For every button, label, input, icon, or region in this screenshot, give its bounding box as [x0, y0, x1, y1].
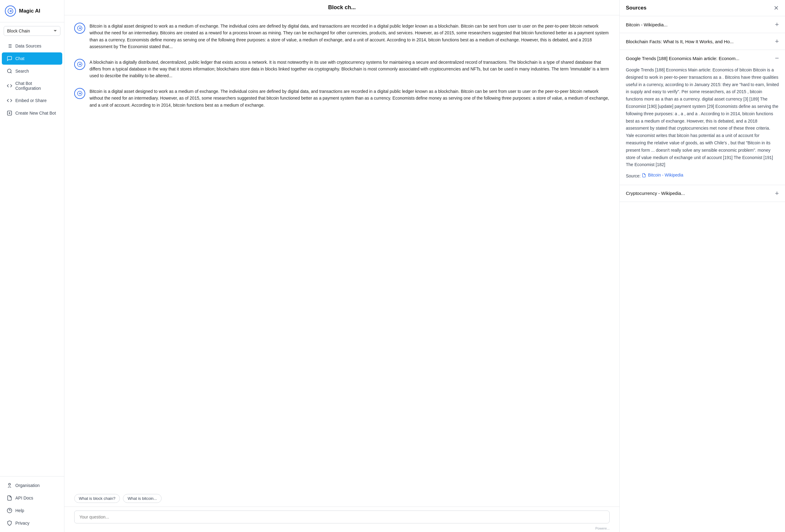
sidebar-item-create-chatbot[interactable]: Create New Chat Bot [2, 107, 62, 119]
sidebar-item-privacy[interactable]: Privacy [2, 517, 62, 529]
sidebar-item-embed-share-label: Embed or Share [15, 98, 47, 103]
source-content-text: Google Trends [188] Economics Main artic… [626, 68, 779, 167]
chat-input-wrap [65, 507, 619, 526]
source-item-2-header[interactable]: Blockchain Facts: What Is It, How It Wor… [620, 33, 785, 50]
shield-icon [7, 521, 12, 526]
suggestion-chip-bitcoin[interactable]: What is bitcoin... [123, 494, 161, 503]
source-item-4-header[interactable]: Cryptocurrency - Wikipedia... + [620, 185, 785, 202]
source-item-2: Blockchain Facts: What Is It, How It Wor… [620, 33, 785, 50]
app-name: Magic AI [19, 8, 40, 14]
source-item-1-title: Bitcoin - Wikipedia... [626, 22, 667, 27]
chat-input[interactable] [74, 510, 610, 524]
source-item-4: Cryptocurrency - Wikipedia... + [620, 185, 785, 202]
source-toggle-1[interactable]: + [775, 21, 779, 28]
message-text: Bitcoin is a digital asset designed to w… [90, 23, 610, 50]
svg-point-7 [7, 69, 11, 73]
sidebar-item-chat[interactable]: Chat [2, 52, 62, 65]
avatar [74, 23, 85, 34]
search-icon [7, 68, 12, 74]
source-label: Source: [626, 174, 640, 178]
sidebar-nav: Data Sources Chat Search Chat Bot Config… [0, 38, 64, 476]
chat-messages: Bitcoin is a digital asset designed to w… [65, 15, 619, 494]
help-icon [7, 508, 12, 513]
sidebar-item-help[interactable]: Help [2, 504, 62, 517]
sidebar-item-organisation[interactable]: Organisation [2, 479, 62, 491]
source-item-4-title: Cryptocurrency - Wikipedia... [626, 191, 685, 196]
sidebar: Magic AI Block Chain Data Sources Chat S… [0, 0, 65, 532]
avatar [74, 59, 85, 70]
source-toggle-2[interactable]: + [775, 38, 779, 45]
sidebar-item-search[interactable]: Search [2, 65, 62, 77]
plus-box-icon [7, 110, 12, 116]
sources-panel: Sources ✕ Bitcoin - Wikipedia... + Block… [619, 0, 785, 532]
sources-title: Sources [626, 5, 647, 11]
sidebar-item-api-docs[interactable]: API Docs [2, 492, 62, 504]
message-row: A blockchain is a digitally distributed,… [74, 59, 610, 79]
sidebar-item-privacy-label: Privacy [15, 521, 29, 526]
chatbot-selector-wrap: Block Chain [0, 22, 64, 38]
message-row: Bitcoin is a digital asset designed to w… [74, 88, 610, 108]
message-text: A blockchain is a digitally distributed,… [90, 59, 610, 79]
doc-icon [7, 495, 12, 501]
sidebar-item-create-chatbot-label: Create New Chat Bot [15, 111, 56, 115]
chat-icon [7, 56, 12, 61]
sidebar-item-data-sources[interactable]: Data Sources [2, 40, 62, 52]
sidebar-item-embed-share[interactable]: Embed or Share [2, 95, 62, 107]
code-icon [7, 83, 12, 88]
avatar [74, 88, 85, 99]
chatbot-selector[interactable]: Block Chain [4, 26, 60, 36]
sidebar-item-organisation-label: Organisation [15, 483, 40, 488]
svg-line-8 [10, 72, 11, 73]
sidebar-item-help-label: Help [15, 508, 24, 513]
sidebar-item-api-docs-label: API Docs [15, 496, 33, 500]
source-item-3-content: Google Trends [188] Economics Main artic… [620, 66, 785, 185]
sidebar-item-chat-label: Chat [15, 56, 25, 61]
source-item-3: Google Trends [188] Economics Main artic… [620, 50, 785, 185]
source-item-1-header[interactable]: Bitcoin - Wikipedia... + [620, 16, 785, 33]
close-icon[interactable]: ✕ [774, 5, 779, 11]
source-link[interactable]: Bitcoin - Wikipedia [642, 171, 683, 179]
source-toggle-3[interactable]: − [775, 55, 779, 61]
sources-header: Sources ✕ [620, 0, 785, 16]
org-icon [7, 483, 12, 488]
powered-text: Powere... [65, 526, 619, 532]
message-text: Bitcoin is a digital asset designed to w… [90, 88, 610, 108]
embed-icon [7, 98, 12, 103]
app-logo: Magic AI [0, 0, 64, 22]
sidebar-item-chatbot-config[interactable]: Chat Bot Configuration [2, 78, 62, 94]
list-icon [7, 43, 12, 49]
sidebar-item-data-sources-label: Data Sources [15, 44, 42, 48]
source-toggle-4[interactable]: + [775, 190, 779, 197]
source-item-3-header[interactable]: Google Trends [188] Economics Main artic… [620, 50, 785, 66]
source-item-3-title: Google Trends [188] Economics Main artic… [626, 56, 739, 61]
sidebar-bottom: Organisation API Docs Help Privacy [0, 476, 64, 532]
document-icon [642, 173, 646, 178]
sidebar-item-search-label: Search [15, 69, 29, 74]
source-link-text: Bitcoin - Wikipedia [648, 171, 683, 179]
chat-title: Block ch... [65, 0, 619, 15]
message-row: Bitcoin is a digital asset designed to w… [74, 23, 610, 50]
chat-suggestions: What is block chain? What is bitcoin... [65, 494, 619, 507]
source-item-1: Bitcoin - Wikipedia... + [620, 16, 785, 33]
sidebar-item-chatbot-config-label: Chat Bot Configuration [15, 81, 57, 91]
logo-icon [5, 5, 16, 17]
suggestion-chip-blockchain[interactable]: What is block chain? [74, 494, 120, 503]
source-item-2-title: Blockchain Facts: What Is It, How It Wor… [626, 39, 734, 44]
svg-point-12 [8, 483, 10, 485]
chat-main: Block ch... Bitcoin is a digital asset d… [65, 0, 619, 532]
